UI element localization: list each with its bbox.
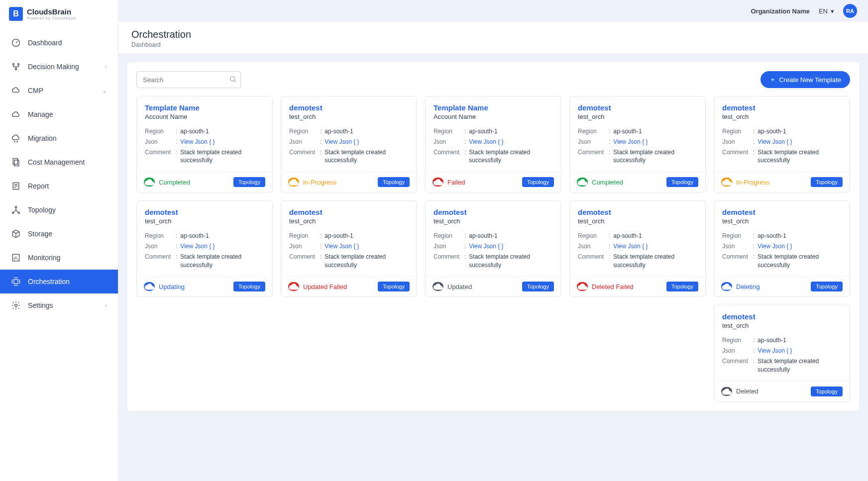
page-header: Orchestration Dashboard xyxy=(118,22,868,53)
language-selector[interactable]: EN ▾ xyxy=(819,7,834,15)
status-icon xyxy=(433,178,443,187)
view-json-link[interactable]: View Json { } xyxy=(180,242,215,251)
field-label-region: Region xyxy=(722,336,750,345)
view-json-link[interactable]: View Json { } xyxy=(613,242,648,251)
card-title[interactable]: demotest xyxy=(722,103,842,112)
sidebar-item-label: Decision Making xyxy=(28,63,79,71)
template-card[interactable]: Template NameAccount NameRegion: ap-sout… xyxy=(425,96,561,192)
sidebar-item-topology[interactable]: Topology xyxy=(0,198,118,222)
template-card[interactable]: demotesttest_orchRegion: ap-south-1Json:… xyxy=(425,200,561,297)
field-label-json: Json xyxy=(145,242,173,251)
card-title[interactable]: demotest xyxy=(289,103,409,112)
topology-button[interactable]: Topology xyxy=(811,177,843,187)
status-label: Updated xyxy=(447,283,472,290)
view-json-link[interactable]: View Json { } xyxy=(469,138,503,146)
field-label-comment: Comment xyxy=(434,253,461,270)
template-grid: Template NameAccount NameRegion: ap-sout… xyxy=(136,96,850,402)
sidebar-item-label: Orchestration xyxy=(28,278,70,286)
sidebar-item-storage[interactable]: Storage xyxy=(0,222,118,246)
card-region: ap-south-1 xyxy=(469,127,497,136)
view-json-link[interactable]: View Json { } xyxy=(469,242,503,251)
svg-point-11 xyxy=(12,212,14,213)
field-label-comment: Comment xyxy=(722,357,750,374)
sidebar: B CloudsBrain Powered by Cloud3Apps Dash… xyxy=(0,0,118,481)
svg-point-23 xyxy=(230,77,235,81)
status-icon xyxy=(144,178,155,187)
card-region: ap-south-1 xyxy=(758,127,786,136)
field-label-region: Region xyxy=(722,232,750,240)
card-account: test_orch xyxy=(434,217,553,225)
template-card[interactable]: demotesttest_orchRegion: ap-south-1Json:… xyxy=(714,96,850,192)
view-json-link[interactable]: View Json { } xyxy=(758,242,792,251)
chevron-right-icon: › xyxy=(105,302,107,309)
card-title[interactable]: demotest xyxy=(578,208,697,216)
card-region: ap-south-1 xyxy=(325,232,353,240)
topology-button[interactable]: Topology xyxy=(666,177,698,187)
sidebar-item-monitoring[interactable]: Monitoring xyxy=(0,246,118,270)
create-template-button[interactable]: ＋ Create New Template xyxy=(760,71,850,88)
status-icon xyxy=(721,178,732,187)
sidebar-item-cost-management[interactable]: Cost Management xyxy=(0,150,118,174)
template-card[interactable]: demotesttest_orchRegion: ap-south-1Json:… xyxy=(281,200,417,297)
card-title[interactable]: Template Name xyxy=(434,103,553,112)
view-json-link[interactable]: View Json { } xyxy=(758,138,792,146)
card-region: ap-south-1 xyxy=(613,232,642,240)
card-comment: Stack template created successfully xyxy=(469,253,553,270)
view-json-link[interactable]: View Json { } xyxy=(325,138,359,146)
view-json-link[interactable]: View Json { } xyxy=(613,138,648,146)
template-card[interactable]: demotesttest_orchRegion: ap-south-1Json:… xyxy=(569,96,706,192)
status-indicator: Updated xyxy=(433,282,472,291)
card-title[interactable]: demotest xyxy=(434,208,553,216)
card-title[interactable]: demotest xyxy=(722,208,842,216)
status-indicator: In-Progress xyxy=(721,178,769,187)
card-title[interactable]: demotest xyxy=(578,103,697,112)
org-name[interactable]: Organization Name xyxy=(751,7,809,15)
card-account: test_orch xyxy=(722,322,842,329)
sidebar-item-decision-making[interactable]: Decision Making› xyxy=(0,55,118,79)
field-label-json: Json xyxy=(578,138,606,146)
topology-button[interactable]: Topology xyxy=(378,282,410,291)
card-title[interactable]: demotest xyxy=(289,208,409,216)
topology-button[interactable]: Topology xyxy=(233,177,265,187)
topology-button[interactable]: Topology xyxy=(811,282,843,291)
sidebar-item-migration[interactable]: Migration xyxy=(0,126,118,150)
topology-button[interactable]: Topology xyxy=(378,177,410,187)
card-title[interactable]: demotest xyxy=(722,312,842,321)
template-card[interactable]: demotesttest_orchRegion: ap-south-1Json:… xyxy=(714,200,850,297)
template-card[interactable]: demotesttest_orchRegion: ap-south-1Json:… xyxy=(569,200,706,297)
card-region: ap-south-1 xyxy=(180,232,209,240)
status-indicator: Failed xyxy=(433,178,465,187)
search-input[interactable] xyxy=(136,71,241,88)
template-card[interactable]: Template NameAccount NameRegion: ap-sout… xyxy=(136,96,273,192)
topology-button[interactable]: Topology xyxy=(666,282,698,291)
sidebar-item-cmp[interactable]: CMP⌄ xyxy=(0,79,118,102)
status-icon xyxy=(144,282,155,291)
brand-logo[interactable]: B CloudsBrain Powered by Cloud3Apps xyxy=(0,0,118,28)
breadcrumb[interactable]: Dashboard xyxy=(131,41,855,48)
sidebar-item-report[interactable]: Report xyxy=(0,174,118,198)
card-title[interactable]: demotest xyxy=(145,208,264,216)
card-comment: Stack template created successfully xyxy=(758,148,842,165)
field-label-comment: Comment xyxy=(289,253,317,270)
sidebar-item-manage[interactable]: Manage xyxy=(0,102,118,126)
sidebar-item-dashboard[interactable]: Dashboard xyxy=(0,31,118,55)
topology-button[interactable]: Topology xyxy=(233,282,265,291)
view-json-link[interactable]: View Json { } xyxy=(758,347,792,355)
template-card[interactable]: demotesttest_orchRegion: ap-south-1Json:… xyxy=(714,305,850,401)
view-json-link[interactable]: View Json { } xyxy=(325,242,359,251)
template-card[interactable]: demotesttest_orchRegion: ap-south-1Json:… xyxy=(136,200,273,297)
sidebar-item-settings[interactable]: Settings› xyxy=(0,293,118,317)
card-account: test_orch xyxy=(578,217,697,225)
topology-button[interactable]: Topology xyxy=(811,386,843,396)
card-title[interactable]: Template Name xyxy=(145,103,264,112)
card-account: test_orch xyxy=(289,217,409,225)
status-indicator: Updated Failed xyxy=(288,282,347,291)
field-label-comment: Comment xyxy=(578,253,606,270)
topology-button[interactable]: Topology xyxy=(522,177,554,187)
template-card[interactable]: demotesttest_orchRegion: ap-south-1Json:… xyxy=(281,96,417,192)
topology-button[interactable]: Topology xyxy=(522,282,554,291)
view-json-link[interactable]: View Json { } xyxy=(180,138,215,146)
status-label: Deleted xyxy=(736,387,759,395)
sidebar-item-orchestration[interactable]: Orchestration xyxy=(0,270,118,293)
user-avatar[interactable]: RA xyxy=(843,4,857,18)
